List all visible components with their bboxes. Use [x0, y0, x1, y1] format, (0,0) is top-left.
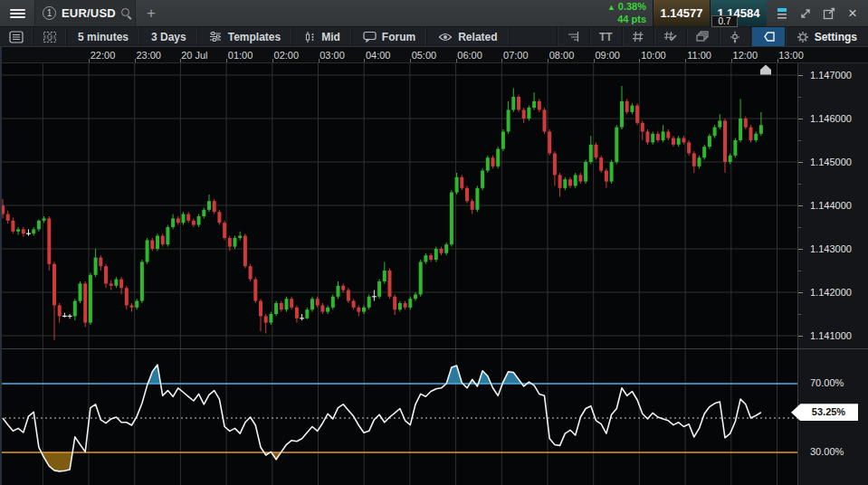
time-axis-label: 12:00 [733, 50, 758, 61]
popout-icon [823, 7, 835, 20]
title-bar: 1 EUR/USD + ▲0.38% 44 pts 1.14577 1.1458… [0, 0, 868, 27]
price-axis-tick [798, 162, 803, 163]
layout-grid-button[interactable] [33, 27, 67, 46]
spread-value: 0.7 [711, 15, 738, 27]
price-axis-tick [798, 249, 803, 250]
rsi-current-value-callout: 53.25% [791, 404, 858, 421]
grid-toggle-button[interactable] [622, 27, 653, 46]
price-axis-minor-tick [798, 140, 801, 141]
text-tool-icon: TT [599, 31, 613, 43]
toolbar-right-group: TT [557, 27, 868, 46]
text-tool-button[interactable]: TT [589, 27, 622, 46]
time-axis-label: 08:00 [549, 50, 575, 61]
time-axis-label: 01:00 [228, 50, 253, 61]
price-axis-minor-tick [798, 271, 801, 271]
hamburger-icon [10, 7, 25, 20]
window-controls: × [767, 0, 868, 26]
time-axis[interactable]: 22:0023:0020 Jul01:0002:0003:0004:0005:0… [0, 47, 868, 63]
price-chart-area[interactable] [0, 63, 797, 349]
close-button[interactable]: × [843, 4, 863, 24]
price-axis-label: 1.145000 [810, 157, 852, 167]
time-axis-label: 06:00 [457, 50, 482, 61]
layers-icon [696, 31, 710, 43]
price-alert-button[interactable] [719, 27, 750, 46]
trading-platform-window: 1 EUR/USD + ▲0.38% 44 pts 1.14577 1.1458… [0, 0, 868, 485]
draw-tool-button[interactable] [653, 27, 686, 46]
layers-button[interactable] [686, 27, 719, 46]
speech-bubble-icon [363, 31, 377, 43]
period-button[interactable]: 3 Days [140, 27, 198, 46]
price-axis-label: 1.141000 [810, 330, 852, 341]
alert-pin-icon [729, 31, 741, 43]
time-axis-label: 04:00 [366, 50, 391, 61]
rsi-axis-label: 30.00% [810, 446, 844, 457]
time-axis-label: 09:00 [595, 50, 620, 61]
price-label-tool-button[interactable] [750, 27, 785, 46]
change-points: 44 pts [617, 14, 646, 25]
price-axis-label: 1.143000 [810, 243, 852, 254]
time-axis-label: 02:00 [274, 50, 300, 61]
instrument-tab[interactable]: 1 EUR/USD [34, 0, 136, 26]
maximize-button[interactable] [796, 4, 816, 24]
time-axis-label: 07:00 [503, 50, 529, 61]
time-axis-label: 10:00 [641, 50, 666, 61]
price-axis-label: 1.142000 [810, 287, 852, 298]
sliders-icon [209, 31, 223, 43]
forum-button[interactable]: Forum [352, 27, 427, 46]
list-icon [9, 31, 24, 43]
templates-label: Templates [228, 31, 281, 43]
window-edge [0, 47, 2, 485]
price-mode-button[interactable]: Mid [292, 27, 352, 46]
new-tab-button[interactable]: + [136, 0, 167, 26]
align-lines-icon [567, 31, 580, 43]
depth-ladder-button[interactable] [772, 4, 792, 24]
time-axis-label: 20 Jul [181, 50, 207, 61]
time-axis-label: 03:00 [320, 50, 345, 61]
price-axis-tick [798, 336, 803, 337]
time-axis-label: 13:00 [778, 50, 804, 61]
main-menu-button[interactable] [0, 0, 34, 26]
search-icon[interactable] [121, 8, 132, 19]
change-percent: 0.38% [618, 1, 646, 12]
popout-button[interactable] [819, 4, 839, 24]
price-axis[interactable]: 1.1470001.1460001.1450001.1440001.143000… [797, 63, 868, 349]
sell-price-button[interactable]: 1.14577 [653, 0, 710, 26]
rsi-axis-label: 70.00% [810, 377, 844, 388]
rsi-axis[interactable]: 70.00%50.00%30.00%53.25% [797, 349, 868, 485]
rsi-chart[interactable] [0, 349, 797, 485]
close-icon: × [848, 7, 857, 20]
price-axis-label: 1.144000 [810, 200, 852, 211]
related-button[interactable]: Related [427, 27, 509, 46]
settings-button[interactable]: Settings [785, 27, 868, 46]
price-mode-label: Mid [321, 31, 340, 43]
price-axis-minor-tick [798, 314, 801, 315]
time-axis-label: 22:00 [91, 50, 116, 61]
price-axis-tick [798, 205, 803, 206]
time-axis-label: 23:00 [136, 50, 161, 61]
price-change-block: ▲0.38% 44 pts [607, 0, 653, 26]
time-axis-tick [685, 59, 686, 62]
tab-number-badge: 1 [43, 6, 56, 20]
candlestick-chart[interactable] [0, 63, 797, 349]
time-axis-label: 11:00 [687, 50, 711, 61]
rsi-line [3, 365, 761, 471]
order-flow-button[interactable] [557, 27, 589, 46]
price-axis-minor-tick [798, 227, 801, 228]
templates-button[interactable]: Templates [198, 27, 292, 46]
up-triangle-icon: ▲ [607, 3, 615, 12]
chart-toolbar: 5 minutes 3 Days Templates Mid [0, 27, 868, 47]
price-axis-tick [798, 119, 803, 119]
hash-grid-icon [632, 31, 644, 43]
gear-icon [796, 31, 809, 43]
price-axis-minor-tick [798, 184, 801, 185]
chart-list-button[interactable] [0, 27, 33, 46]
price-callout-icon [760, 31, 776, 43]
price-axis-tick [798, 292, 803, 293]
price-axis-minor-tick [798, 97, 801, 98]
rsi-chart-area[interactable] [0, 349, 797, 485]
panel-separator[interactable] [0, 348, 868, 349]
price-axis-tick [798, 75, 803, 76]
current-time-marker [760, 65, 771, 75]
hash-pencil-icon [663, 31, 677, 43]
timeframe-button[interactable]: 5 minutes [67, 27, 140, 46]
